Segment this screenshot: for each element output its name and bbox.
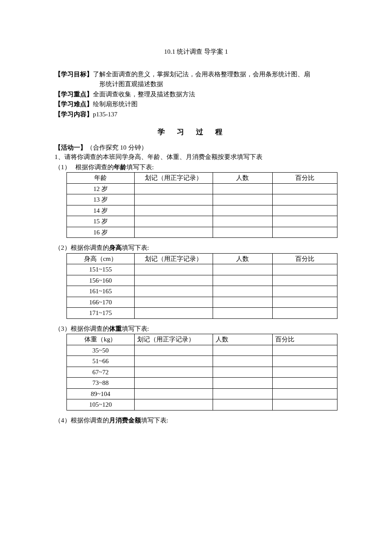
- empty-cell: [134, 216, 213, 227]
- activity-line: 【活动一】（合作探究 10 分钟）: [55, 143, 337, 153]
- sub4-suffix: 填写下表:: [141, 417, 168, 424]
- weight-header: 体重（kg）: [67, 334, 135, 345]
- empty-cell: [134, 308, 213, 319]
- activity-prompt: 1、请将你调查的本班同学身高、年龄、体重、月消费金额按要求填写下表: [55, 152, 337, 162]
- age-cell: 16 岁: [67, 227, 135, 238]
- empty-cell: [213, 308, 272, 319]
- count-header: 人数: [213, 334, 272, 345]
- goal-text-1: 了解全面调查的意义，掌握划记法，会用表格整理数据，会用条形统计图、扇: [93, 71, 310, 78]
- tally-header: 划记（用正字记录）: [134, 173, 213, 184]
- count-header: 人数: [213, 173, 272, 184]
- empty-cell: [134, 297, 213, 308]
- empty-cell: [213, 264, 272, 275]
- empty-cell: [272, 183, 337, 194]
- content-line: 【学习内容】p135-137: [55, 110, 337, 119]
- empty-cell: [134, 264, 213, 275]
- empty-cell: [134, 356, 213, 367]
- empty-cell: [213, 297, 272, 308]
- table-row: 156~160: [67, 275, 337, 286]
- goal-line-2: 形统计图直观描述数据: [55, 79, 337, 89]
- sub1-prefix: （1） 根据你调查的: [55, 164, 114, 171]
- age-cell: 13 岁: [67, 194, 135, 205]
- empty-cell: [272, 378, 337, 389]
- height-cell: 161~165: [67, 286, 135, 297]
- pct-header: 百分比: [272, 253, 337, 264]
- age-header: 年龄: [67, 173, 135, 184]
- content-text: p135-137: [93, 111, 118, 118]
- empty-cell: [272, 205, 337, 216]
- table-row: 161~165: [67, 286, 337, 297]
- empty-cell: [272, 367, 337, 378]
- meta-block: 【学习目标】了解全面调查的意义，掌握划记法，会用表格整理数据，会用条形统计图、扇…: [55, 69, 337, 119]
- table-row: 166~170: [67, 297, 337, 308]
- table-row: 73~88: [67, 378, 337, 389]
- weight-cell: 105~120: [67, 399, 135, 410]
- sub1-suffix: 填写下表:: [127, 164, 154, 171]
- empty-cell: [134, 286, 213, 297]
- age-table: 年龄 划记（用正字记录） 人数 百分比 12 岁 13 岁 14 岁 15 岁 …: [66, 172, 337, 238]
- page-title: 10.1 统计调查 导学案 1: [55, 47, 337, 57]
- goal-line-1: 【学习目标】了解全面调查的意义，掌握划记法，会用表格整理数据，会用条形统计图、扇: [55, 69, 337, 79]
- weight-table: 体重（kg） 划记（用正字记录） 人数 百分比 35~50 51~66 67~7…: [66, 334, 337, 410]
- empty-cell: [213, 388, 272, 399]
- difficulty-text: 绘制扇形统计图: [93, 101, 138, 107]
- weight-cell: 67~72: [67, 367, 135, 378]
- table-row: 51~66: [67, 356, 337, 367]
- focus-line: 【学习重点】全面调查收集，整理及描述数据方法: [55, 90, 337, 99]
- sub4-prompt: （4）根据你调查的月消费金额填写下表:: [55, 416, 337, 425]
- empty-cell: [272, 399, 337, 410]
- table-row: 15 岁: [67, 216, 337, 227]
- empty-cell: [134, 205, 213, 216]
- empty-cell: [272, 286, 337, 297]
- tally-header: 划记（用正字记录）: [134, 334, 213, 345]
- empty-cell: [213, 345, 272, 356]
- empty-cell: [213, 399, 272, 410]
- sub1-bold: 年龄: [114, 164, 127, 171]
- difficulty-label: 【学习难点】: [55, 101, 93, 107]
- empty-cell: [213, 286, 272, 297]
- empty-cell: [134, 388, 213, 399]
- sub3-prefix: （3）根据你调查的: [55, 325, 109, 332]
- empty-cell: [213, 205, 272, 216]
- height-header: 身高（cm）: [67, 253, 135, 264]
- sub3-bold: 体重: [109, 325, 122, 332]
- height-cell: 171~175: [67, 308, 135, 319]
- process-heading: 学习过程: [55, 127, 337, 138]
- empty-cell: [272, 308, 337, 319]
- empty-cell: [134, 227, 213, 238]
- count-header: 人数: [213, 253, 272, 264]
- height-cell: 151~155: [67, 264, 135, 275]
- content-label: 【学习内容】: [55, 111, 93, 118]
- empty-cell: [134, 275, 213, 286]
- weight-cell: 73~88: [67, 378, 135, 389]
- empty-cell: [272, 227, 337, 238]
- activity-suffix: （合作探究 10 分钟）: [86, 144, 147, 151]
- empty-cell: [272, 264, 337, 275]
- empty-cell: [213, 227, 272, 238]
- table-row: 35~50: [67, 345, 337, 356]
- sub2-prompt: （2）根据你调查的身高填写下表:: [55, 243, 337, 253]
- table-row: 67~72: [67, 367, 337, 378]
- empty-cell: [213, 356, 272, 367]
- table-row: 体重（kg） 划记（用正字记录） 人数 百分比: [67, 334, 337, 345]
- table-row: 13 岁: [67, 194, 337, 205]
- table-row: 身高（cm） 划记（用正字记录） 人数 百分比: [67, 253, 337, 264]
- empty-cell: [272, 297, 337, 308]
- table-row: 89~104: [67, 388, 337, 399]
- height-cell: 156~160: [67, 275, 135, 286]
- activity-label: 【活动一】: [55, 144, 86, 151]
- table-row: 105~120: [67, 399, 337, 410]
- tally-header: 划记（用正字记录）: [134, 253, 213, 264]
- empty-cell: [272, 275, 337, 286]
- goal-label: 【学习目标】: [55, 71, 93, 78]
- empty-cell: [272, 388, 337, 399]
- empty-cell: [134, 378, 213, 389]
- height-cell: 166~170: [67, 297, 135, 308]
- height-table: 身高（cm） 划记（用正字记录） 人数 百分比 151~155 156~160 …: [66, 253, 337, 319]
- empty-cell: [134, 194, 213, 205]
- table-row: 14 岁: [67, 205, 337, 216]
- sub3-suffix: 填写下表:: [122, 325, 149, 332]
- pct-header: 百分比: [272, 173, 337, 184]
- empty-cell: [213, 183, 272, 194]
- empty-cell: [272, 194, 337, 205]
